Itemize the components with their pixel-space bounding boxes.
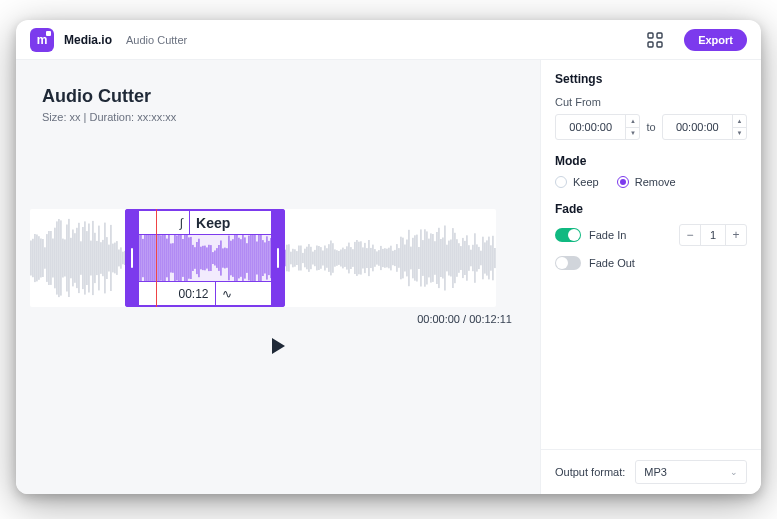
top-bar: m Media.io Audio Cutter Export [16, 20, 761, 60]
to-step-up[interactable]: ▲ [733, 115, 746, 128]
total-time: 00:12:11 [469, 313, 512, 325]
settings-panel: Settings Cut From 00:00:00 ▲ ▼ to 00:00:… [541, 60, 761, 494]
selection-region[interactable]: ∫ Keep 00:12 ∿ [125, 209, 285, 307]
current-time: 00:00:00 [417, 313, 460, 325]
svg-rect-141 [464, 241, 466, 275]
svg-rect-136 [454, 233, 456, 283]
fade-in-icon: ∫ [180, 216, 183, 230]
fade-in-increment[interactable]: + [726, 225, 746, 245]
svg-rect-99 [380, 246, 382, 270]
svg-rect-30 [82, 227, 84, 289]
svg-rect-48 [118, 250, 120, 267]
svg-rect-108 [398, 248, 400, 268]
svg-rect-11 [44, 247, 46, 268]
svg-rect-39 [100, 242, 102, 274]
svg-rect-67 [316, 246, 318, 271]
svg-rect-140 [462, 238, 464, 278]
svg-rect-86 [354, 242, 356, 274]
mode-radio-remove[interactable]: Remove [617, 176, 676, 188]
svg-rect-25 [72, 230, 74, 287]
settings-title: Settings [555, 72, 747, 86]
chevron-down-icon: ⌄ [730, 467, 738, 477]
from-step-down[interactable]: ▼ [626, 128, 639, 140]
svg-rect-33 [88, 224, 90, 293]
svg-rect-2 [648, 42, 653, 47]
selection-mode-label: Keep [196, 215, 230, 231]
svg-rect-107 [396, 244, 398, 272]
svg-rect-156 [494, 248, 496, 268]
svg-rect-134 [450, 240, 452, 277]
svg-rect-62 [306, 247, 308, 270]
svg-rect-19 [60, 220, 62, 295]
size-value: xx [70, 111, 81, 123]
svg-rect-1 [657, 33, 662, 38]
output-format-label: Output format: [555, 466, 625, 478]
svg-rect-54 [290, 252, 292, 265]
app-window: m Media.io Audio Cutter Export Audio Cut… [16, 20, 761, 494]
waveform[interactable]: ∫ Keep 00:12 ∿ [30, 209, 496, 307]
svg-rect-40 [102, 240, 104, 276]
svg-rect-105 [392, 251, 394, 265]
play-button[interactable] [263, 331, 293, 361]
selection-handle-right[interactable] [271, 209, 285, 307]
play-icon [269, 337, 287, 355]
svg-rect-93 [368, 240, 370, 276]
radio-icon [617, 176, 629, 188]
fade-in-decrement[interactable]: − [680, 225, 700, 245]
apps-grid-icon[interactable] [646, 31, 664, 49]
export-button[interactable]: Export [684, 29, 747, 51]
fade-in-toggle[interactable] [555, 228, 581, 242]
svg-rect-121 [424, 229, 426, 286]
selection-handle-left[interactable] [125, 209, 139, 307]
output-format-select[interactable]: MP3 ⌄ [635, 460, 747, 484]
svg-rect-84 [350, 247, 352, 269]
svg-rect-4 [30, 241, 32, 276]
svg-rect-60 [302, 253, 304, 263]
mode-radio-keep[interactable]: Keep [555, 176, 599, 188]
brand-name: Media.io [64, 33, 112, 47]
svg-rect-22 [66, 225, 68, 292]
svg-rect-97 [376, 251, 378, 264]
svg-rect-129 [440, 239, 442, 277]
svg-rect-83 [348, 243, 350, 274]
svg-rect-151 [484, 242, 486, 273]
from-step-up[interactable]: ▲ [626, 115, 639, 128]
svg-rect-94 [370, 248, 372, 268]
svg-rect-143 [468, 245, 470, 271]
cut-to-input[interactable]: 00:00:00 ▲ ▼ [662, 114, 747, 140]
fade-title: Fade [555, 202, 747, 216]
cut-from-input[interactable]: 00:00:00 ▲ ▼ [555, 114, 640, 140]
playhead[interactable] [156, 209, 157, 307]
cut-from-label: Cut From [555, 96, 747, 108]
svg-rect-10 [42, 239, 44, 277]
file-meta: Size: xx | Duration: xx:xx:xx [42, 111, 514, 123]
fade-out-toggle[interactable] [555, 256, 581, 270]
svg-rect-119 [420, 229, 422, 286]
selection-top-bar: ∫ Keep [139, 211, 271, 235]
svg-rect-17 [56, 221, 58, 294]
svg-rect-9 [40, 239, 42, 278]
svg-rect-32 [86, 231, 88, 285]
svg-rect-8 [38, 236, 40, 280]
svg-rect-49 [120, 247, 122, 268]
svg-rect-15 [52, 239, 54, 278]
radio-icon [555, 176, 567, 188]
svg-rect-26 [74, 233, 76, 283]
svg-rect-135 [452, 228, 454, 288]
svg-rect-96 [374, 249, 376, 267]
svg-rect-44 [110, 225, 112, 291]
to-step-down[interactable]: ▼ [733, 128, 746, 140]
svg-rect-38 [98, 226, 100, 291]
to-label: to [646, 121, 655, 133]
svg-rect-138 [458, 243, 460, 273]
svg-rect-155 [492, 236, 494, 280]
duration-prefix: Duration: [90, 111, 138, 123]
svg-rect-52 [286, 245, 288, 272]
svg-rect-71 [324, 246, 326, 271]
svg-rect-45 [112, 244, 114, 273]
svg-rect-13 [48, 231, 50, 285]
svg-rect-50 [122, 252, 124, 265]
svg-rect-74 [330, 241, 332, 276]
svg-rect-78 [338, 251, 340, 265]
fade-in-stepper[interactable]: − 1 + [679, 224, 747, 246]
